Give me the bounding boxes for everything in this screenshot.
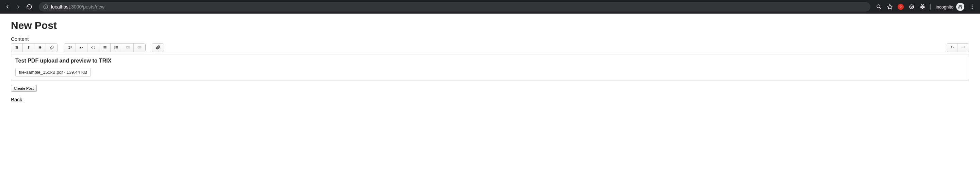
editor-heading-text: Test PDF upload and preview to TRIX bbox=[15, 58, 965, 64]
svg-point-12 bbox=[972, 5, 973, 5]
attach-group bbox=[152, 43, 164, 52]
extension-icon-circle[interactable] bbox=[908, 4, 915, 10]
attachment-chip[interactable]: file-sample_150kB.pdf · 139.44 KB bbox=[15, 68, 91, 76]
incognito-label: Incognito bbox=[935, 5, 953, 10]
page-content: New Post Content B I S 123 bbox=[0, 14, 980, 109]
bullet-list-button[interactable] bbox=[99, 43, 111, 52]
italic-button[interactable]: I bbox=[23, 43, 34, 52]
code-button[interactable] bbox=[88, 43, 99, 52]
attachment-label: file-sample_150kB.pdf · 139.44 KB bbox=[19, 70, 87, 75]
url-bar[interactable]: localhost:3000/posts/new bbox=[39, 2, 870, 11]
bold-button[interactable]: B bbox=[11, 43, 23, 52]
right-toolbar: Incognito bbox=[876, 3, 977, 11]
block-format-group: 123 bbox=[64, 43, 146, 52]
svg-point-6 bbox=[910, 5, 914, 9]
redo-button[interactable] bbox=[958, 43, 969, 52]
svg-point-19 bbox=[103, 49, 103, 49]
submit-row: Create Post bbox=[11, 85, 969, 92]
undo-redo-group bbox=[947, 43, 969, 52]
svg-rect-24 bbox=[115, 47, 118, 48]
text-format-group: B I S bbox=[11, 43, 58, 52]
back-nav-icon[interactable] bbox=[3, 3, 11, 11]
create-post-button[interactable]: Create Post bbox=[11, 85, 37, 92]
editor-area[interactable]: Test PDF upload and preview to TRIX file… bbox=[11, 54, 969, 81]
svg-point-17 bbox=[103, 47, 103, 48]
svg-point-14 bbox=[972, 8, 973, 9]
heading-button[interactable] bbox=[64, 43, 76, 52]
svg-rect-26 bbox=[115, 49, 118, 49]
svg-point-3 bbox=[877, 5, 880, 8]
menu-dots-icon[interactable] bbox=[969, 4, 975, 10]
link-button[interactable] bbox=[46, 43, 57, 52]
attach-button[interactable] bbox=[152, 43, 164, 52]
svg-rect-20 bbox=[104, 49, 106, 49]
star-icon[interactable] bbox=[887, 4, 893, 10]
incognito-icon bbox=[956, 3, 964, 11]
undo-button[interactable] bbox=[947, 43, 958, 52]
svg-rect-29 bbox=[126, 49, 130, 49]
svg-text:3: 3 bbox=[114, 48, 115, 50]
browser-toolbar: localhost:3000/posts/new Incognito bbox=[0, 0, 980, 14]
svg-rect-18 bbox=[104, 47, 106, 48]
svg-marker-5 bbox=[888, 5, 892, 9]
outdent-button[interactable] bbox=[122, 43, 134, 52]
incognito-indicator: Incognito bbox=[935, 3, 964, 11]
extension-icon-react[interactable] bbox=[920, 4, 926, 10]
svg-rect-32 bbox=[139, 47, 141, 48]
reload-icon[interactable] bbox=[25, 3, 33, 11]
extension-icon-red[interactable] bbox=[898, 4, 904, 10]
indent-button[interactable] bbox=[134, 43, 145, 52]
toolbar-divider bbox=[930, 4, 931, 10]
url-host: localhost:3000/posts/new bbox=[51, 4, 105, 10]
strike-button[interactable]: S bbox=[34, 43, 46, 52]
info-icon bbox=[43, 4, 48, 10]
svg-marker-34 bbox=[138, 47, 138, 48]
page-title: New Post bbox=[11, 20, 969, 31]
svg-point-15 bbox=[103, 46, 103, 47]
svg-rect-28 bbox=[127, 47, 129, 48]
back-link[interactable]: Back bbox=[11, 97, 22, 102]
quote-button[interactable] bbox=[76, 43, 88, 52]
svg-point-11 bbox=[922, 6, 923, 7]
svg-rect-33 bbox=[138, 49, 142, 49]
svg-line-4 bbox=[880, 8, 881, 9]
content-field-label: Content bbox=[11, 36, 969, 42]
forward-nav-icon[interactable] bbox=[14, 3, 22, 11]
svg-point-13 bbox=[972, 6, 973, 8]
number-list-button[interactable]: 123 bbox=[111, 43, 122, 52]
svg-point-7 bbox=[911, 6, 913, 8]
search-icon[interactable] bbox=[876, 4, 882, 10]
svg-marker-30 bbox=[126, 47, 127, 48]
editor-toolbar: B I S 123 bbox=[11, 43, 969, 52]
